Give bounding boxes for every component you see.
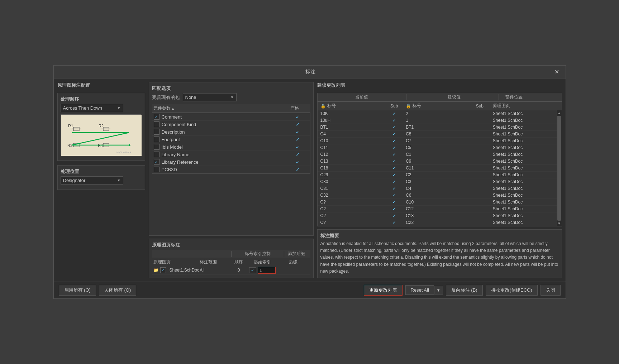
changes-row-2: BT1 ✓ BT1 Sheet1.SchDoc [318, 124, 557, 131]
anno-row-checkbox[interactable] [160, 267, 166, 273]
schematic-preview: R1 R2 R3 R4 [61, 114, 141, 155]
changes-row-9: C29 ✓ C2 Sheet1.SchDoc [318, 172, 557, 178]
suggested-val-16: C22 [406, 220, 468, 225]
param-strict-3: ✓ [287, 137, 309, 142]
reset-all-button[interactable]: Reset All [405, 285, 434, 295]
location-val-15: Sheet1.SchDoc [491, 213, 555, 218]
param-checkbox-2[interactable] [154, 129, 159, 135]
location-val-4: Sheet1.SchDoc [491, 138, 555, 143]
param-checkbox-0[interactable] [154, 114, 159, 120]
param-row-5: Library Name✓ [152, 151, 310, 158]
param-name-1: Component Kind [162, 122, 287, 127]
param-checkbox-4[interactable] [154, 144, 159, 150]
param-list: Comment✓Component Kind✓Description✓Footp… [152, 113, 310, 174]
scrollbar-area[interactable]: ▲ ▼ [557, 110, 562, 226]
param-strict-4: ✓ [287, 144, 309, 150]
enable-all-button[interactable]: 启用所有 (O) [59, 285, 96, 296]
location-val-2: Sheet1.SchDoc [491, 125, 555, 130]
sub1-val-12: ✓ [382, 193, 406, 198]
param-strict-5: ✓ [287, 152, 309, 157]
sub1-val-11: ✓ [382, 186, 406, 191]
param-name-0: Comment [162, 114, 287, 120]
changes-row-7: C13 ✓ C9 Sheet1.SchDoc [318, 158, 557, 165]
accept-changes-button[interactable]: 接收更改(创建ECO) [486, 285, 538, 296]
param-strict-check-0: ✓ [296, 114, 300, 120]
sub1-val-13: ✓ [382, 200, 406, 205]
svg-rect-0 [61, 115, 142, 156]
suggested-val-3: C8 [406, 131, 468, 136]
update-list-button[interactable]: 更新更改列表 [364, 285, 403, 296]
sub1-val-1: ✓ [382, 118, 406, 123]
scroll-down-icon[interactable]: ▼ [557, 221, 561, 225]
back-annotate-button[interactable]: 反向标注 (B) [446, 285, 483, 296]
complete-existing-arrow-icon: ▼ [230, 95, 234, 99]
param-checkbox-1[interactable] [154, 121, 159, 127]
suggested-val-13: C10 [406, 200, 468, 205]
disable-all-button[interactable]: 关闭所有 (O) [99, 285, 136, 296]
processing-location-section: 处理位置 Designator ▼ [57, 165, 145, 190]
param-checkbox-5[interactable] [154, 152, 159, 157]
anno-table-header: 标号索引控制 添加后缀 [152, 250, 310, 258]
changes-row-4: C10 ✓ C7 Sheet1.SchDoc [318, 138, 557, 144]
sub1-val-10: ✓ [382, 179, 406, 184]
changes-row-3: C4 ✓ C8 Sheet1.SchDoc [318, 131, 557, 138]
param-row-0: Comment✓ [152, 113, 310, 121]
current-val-11: C31 [320, 186, 383, 191]
svg-text:R2: R2 [99, 124, 104, 128]
current-val-0: 10K [320, 111, 383, 116]
sub1-val-6: ✓ [382, 152, 406, 157]
param-checkbox-7[interactable] [154, 167, 159, 172]
location-val-3: Sheet1.SchDoc [491, 131, 555, 136]
changes-row-15: C? ✓ C13 Sheet1.SchDoc [318, 212, 557, 219]
location-val-7: Sheet1.SchDoc [491, 159, 555, 164]
scroll-thumb[interactable] [557, 116, 561, 221]
annotation-table-title: 原理图页标注 [152, 242, 310, 248]
anno-start-sub: 起始索引 [247, 259, 278, 265]
suggested-val-10: C3 [406, 179, 468, 184]
svg-text:R1: R1 [68, 124, 73, 128]
param-col-strict-header: 严格 [284, 105, 305, 111]
suggested-val-2: BT1 [406, 125, 468, 130]
anno-start-index-input[interactable] [258, 267, 276, 274]
anno-check-box[interactable]: ✓ [249, 267, 256, 273]
reset-all-dropdown-button[interactable]: ▼ [434, 286, 443, 294]
processing-location-label: 处理位置 [61, 168, 142, 175]
dialog-title: 标注 [69, 69, 552, 75]
param-name-2: Description [162, 129, 287, 135]
param-strict-2: ✓ [287, 129, 309, 135]
processing-location-dropdown[interactable]: Designator ▼ [61, 176, 123, 185]
complete-existing-label: 完善现有的包 [152, 94, 180, 101]
suggested-val-11: C4 [406, 186, 468, 191]
title-bar: 标注 ✕ [54, 66, 566, 78]
scroll-up-icon[interactable]: ▲ [557, 111, 561, 115]
changes-table-body: 10K ✓ 2 Sheet1.SchDoc 10uH ✓ 1 Sheet1.Sc… [318, 110, 557, 226]
sub2-header: Sub [468, 104, 491, 109]
dialog-body: 原理图标注配置 处理顺序 Across Then Down ▼ [54, 78, 566, 282]
close-button[interactable]: ✕ [552, 68, 561, 76]
close-button-footer[interactable]: 关闭 [541, 285, 561, 296]
current-val-6: C12 [320, 152, 383, 157]
param-checkbox-3[interactable] [154, 136, 159, 142]
dialog-footer: 启用所有 (O) 关闭所有 (O) 更新更改列表 Reset All ▼ 反向标… [54, 282, 566, 298]
sub1-val-3: ✓ [382, 131, 406, 136]
param-table-header: 元件参数 严格 [152, 104, 310, 113]
suggested-sub-header: 🔒 标号 [406, 103, 468, 109]
param-col-name-header: 元件参数 [153, 105, 284, 111]
changes-table-wrapper: 10K ✓ 2 Sheet1.SchDoc 10uH ✓ 1 Sheet1.Sc… [318, 110, 562, 226]
anno-sub-header: 原理图页 标注范围 顺序 起始索引 后缀 [152, 258, 310, 266]
location-val-9: Sheet1.SchDoc [491, 172, 555, 177]
current-val-12: C32 [320, 193, 383, 198]
complete-existing-dropdown[interactable]: None ▼ [183, 93, 237, 101]
processing-order-dropdown[interactable]: Across Then Down ▼ [61, 104, 123, 112]
param-row-3: Footprint✓ [152, 136, 310, 143]
suggested-val-15: C13 [406, 213, 468, 218]
location-val-13: Sheet1.SchDoc [491, 200, 555, 205]
changes-row-10: C30 ✓ C3 Sheet1.SchDoc [318, 178, 557, 185]
param-name-4: Ibis Model [162, 144, 287, 150]
param-checkbox-6[interactable] [154, 159, 159, 165]
param-strict-check-6: ✓ [296, 159, 300, 165]
anno-add-suffix-header: 添加后缀 [284, 251, 309, 257]
location-dropdown-arrow-icon: ▼ [117, 178, 121, 182]
anno-designator-control-header: 标号索引控制 [231, 251, 284, 257]
suggested-val-14: C12 [406, 206, 468, 211]
